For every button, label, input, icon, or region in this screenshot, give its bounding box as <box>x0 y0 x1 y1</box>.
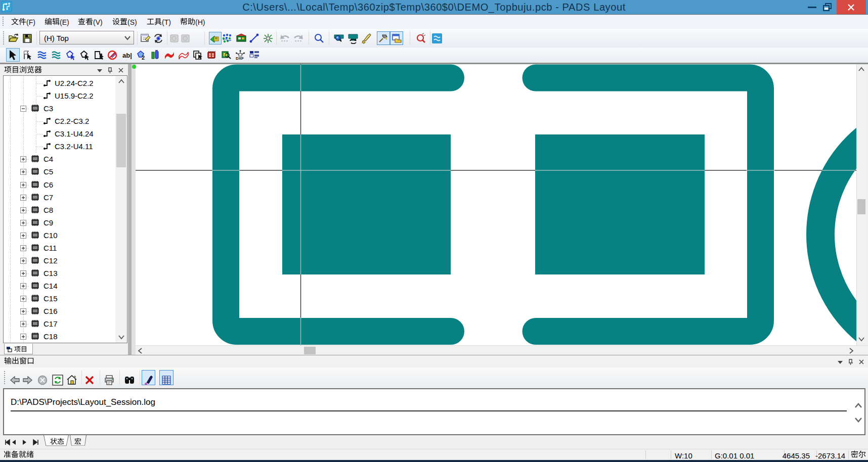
svg-text:ab|: ab| <box>122 52 132 59</box>
svg-text:2: 2 <box>142 55 145 61</box>
svg-text:DXF: DXF <box>236 56 244 61</box>
